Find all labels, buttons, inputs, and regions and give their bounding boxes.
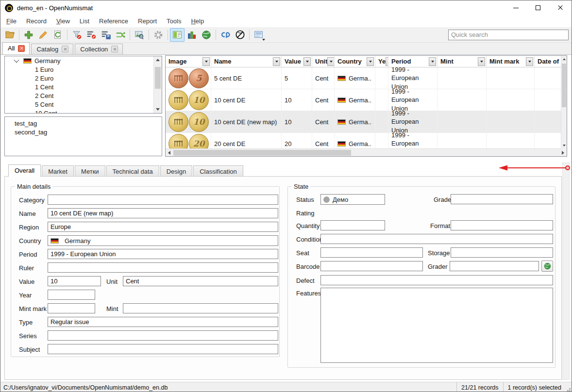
seat-input[interactable] (320, 247, 423, 258)
tab-catalog[interactable]: Catalog (31, 44, 73, 54)
year-input[interactable] (48, 290, 95, 300)
filter-dropdown-icon[interactable] (303, 57, 311, 66)
menu-record[interactable]: Record (21, 16, 51, 26)
condition-input[interactable] (320, 234, 553, 244)
scrollbar-thumb[interactable] (173, 150, 351, 156)
tab-design[interactable]: Design (160, 165, 192, 176)
tab-all-close-icon[interactable] (18, 45, 25, 52)
column-header-unit[interactable]: Unit (312, 56, 335, 67)
defect-input[interactable] (320, 275, 553, 285)
column-header-period[interactable]: Period (388, 56, 437, 67)
tag-item[interactable]: test_tag (15, 120, 162, 129)
website-button[interactable] (233, 28, 247, 42)
filter-dropdown-icon[interactable] (367, 57, 374, 66)
clear-sorting-button[interactable] (84, 28, 99, 42)
tab-technical-data[interactable]: Technical data (106, 165, 159, 176)
save-sorting-button[interactable] (99, 28, 113, 42)
minimize-button[interactable] (505, 0, 527, 15)
add-coin-button[interactable] (21, 28, 36, 42)
tab-all[interactable]: All (2, 42, 30, 54)
info-panel-toggle-button[interactable] (170, 28, 185, 42)
tab-classification[interactable]: Classification (193, 165, 243, 176)
filter-dropdown-icon[interactable] (327, 57, 335, 66)
detail-scrollbar-track[interactable] (562, 163, 570, 380)
grader-input[interactable] (450, 261, 539, 271)
category-input[interactable] (48, 195, 278, 205)
menu-reference[interactable]: Reference (94, 16, 133, 26)
image-viewer-button[interactable] (132, 28, 147, 42)
filter-dropdown-icon[interactable] (526, 57, 533, 66)
duplicate-coin-button[interactable] (50, 28, 65, 42)
menu-tools[interactable]: Tools (162, 16, 186, 26)
mint-input[interactable] (123, 303, 278, 313)
menu-help[interactable]: Help (186, 16, 209, 26)
filter-dropdown-icon[interactable] (429, 57, 436, 66)
column-header-year[interactable]: Ye (375, 56, 388, 67)
format-input[interactable] (451, 220, 553, 230)
menu-report[interactable]: Report (133, 16, 162, 26)
open-collection-button[interactable] (2, 28, 17, 42)
scroll-up-icon[interactable] (561, 56, 567, 63)
status-combo[interactable]: Демо (320, 194, 385, 205)
quick-search-input[interactable] (448, 30, 569, 40)
filter-dropdown-icon[interactable] (478, 57, 485, 66)
table-row-selected[interactable]: 10 10 cent DE (new map) 10 Cent Germa...… (166, 111, 567, 133)
filter-button[interactable] (69, 28, 84, 42)
filter-dropdown-icon[interactable] (273, 57, 280, 66)
maximize-button[interactable] (527, 0, 549, 15)
scroll-down-icon[interactable] (561, 142, 567, 149)
resize-grip[interactable] (566, 382, 572, 392)
quantity-input[interactable] (320, 220, 385, 230)
storage-input[interactable] (451, 247, 553, 258)
barcode-input[interactable] (320, 261, 423, 271)
exchange-button[interactable] (113, 28, 128, 42)
column-header-name[interactable]: Name (211, 56, 282, 67)
tree-item-germany[interactable]: Germany (5, 56, 162, 65)
country-field[interactable]: Germany (48, 235, 278, 246)
menu-list[interactable]: List (75, 16, 94, 26)
tab-overall[interactable]: Overall (8, 164, 41, 177)
table-vertical-scrollbar[interactable] (561, 56, 567, 149)
features-textarea[interactable] (320, 288, 553, 363)
tab-collection[interactable]: Collection (75, 44, 123, 54)
mintmark-input[interactable] (48, 303, 95, 313)
tree-item-5-cent[interactable]: 5 Cent (5, 100, 162, 109)
scroll-down-icon[interactable] (154, 106, 162, 113)
grade-input[interactable] (451, 194, 553, 204)
table-horizontal-scrollbar[interactable] (166, 148, 567, 157)
menu-file[interactable]: File (1, 16, 21, 26)
tab-market[interactable]: Market (42, 165, 74, 176)
tree-item-10-cent[interactable]: 10 Cent (5, 109, 162, 114)
filter-dropdown-icon[interactable] (202, 57, 210, 66)
tab-collection-close-icon[interactable] (111, 46, 118, 52)
edit-coin-button[interactable] (36, 28, 50, 42)
scroll-left-icon[interactable] (166, 149, 173, 157)
sync-button[interactable] (218, 28, 233, 42)
scrollbar-thumb[interactable] (155, 67, 161, 89)
unit-input[interactable] (123, 276, 278, 286)
statistics-button[interactable] (185, 28, 199, 42)
ruler-input[interactable] (48, 262, 278, 273)
list-view-menu-button[interactable] (252, 28, 266, 42)
column-header-country[interactable]: Country (335, 56, 375, 67)
tree-vertical-scrollbar[interactable] (153, 56, 162, 113)
tree-item-1-cent[interactable]: 1 Cent (5, 82, 162, 91)
map-button[interactable] (199, 28, 214, 42)
column-header-mint[interactable]: Mint (437, 56, 487, 67)
tree-item-2-cent[interactable]: 2 Cent (5, 91, 162, 100)
scrollbar-thumb[interactable] (562, 64, 566, 107)
column-header-image[interactable]: Image (166, 56, 211, 67)
region-input[interactable] (48, 222, 278, 232)
scroll-right-icon[interactable] (559, 149, 567, 157)
tab-catalog-close-icon[interactable] (62, 46, 68, 52)
tree-item-2-euro[interactable]: 2 Euro (5, 74, 162, 82)
column-header-value[interactable]: Value (282, 56, 312, 67)
settings-button[interactable] (151, 28, 166, 42)
type-input[interactable] (48, 317, 278, 327)
name-input[interactable] (48, 208, 278, 218)
scroll-up-icon[interactable] (154, 56, 162, 64)
menu-view[interactable]: View (51, 16, 75, 26)
column-header-mintmark[interactable]: Mint mark (487, 56, 535, 67)
tab-metki[interactable]: Метки (75, 165, 105, 176)
table-row[interactable]: 20 20 cent DE 20 Cent Germa... 1999 - Eu… (166, 133, 567, 148)
